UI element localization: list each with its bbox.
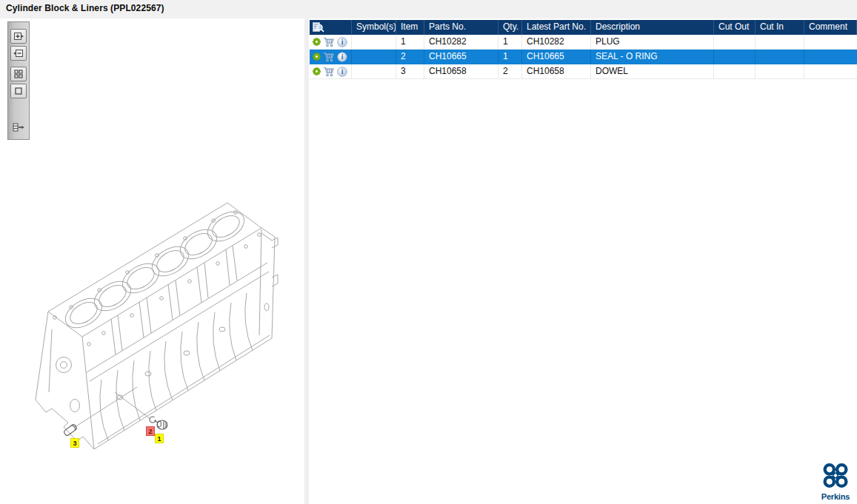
- title-bar: Cylinder Block & Liners (PPL022567): [0, 0, 857, 19]
- fit-view-button[interactable]: [10, 67, 27, 81]
- cell-qty: 1: [498, 35, 522, 50]
- toggle-parts-list-button[interactable]: [10, 120, 27, 135]
- part-o-ring: [150, 417, 156, 423]
- column-header-cut-out: Cut Out: [714, 20, 756, 35]
- cell-comment: [804, 35, 857, 50]
- cell-cut-out: [714, 64, 756, 79]
- diagram-viewer-panel: 1 2 3: [0, 19, 304, 504]
- table-row[interactable]: i 3 CH10658 2 CH10658 DOWEL: [310, 64, 857, 79]
- svg-text:i: i: [341, 53, 344, 61]
- gear-icon[interactable]: [312, 37, 321, 47]
- cell-item: 2: [396, 50, 424, 64]
- row-actions-cell: i: [310, 50, 352, 64]
- column-header-cut-in: Cut In: [756, 20, 804, 35]
- actual-size-button[interactable]: [10, 84, 27, 98]
- callout-1[interactable]: 1: [155, 434, 164, 443]
- column-header-description: Description: [591, 20, 714, 35]
- viewer-toolbar: [7, 21, 30, 140]
- info-icon[interactable]: i: [337, 52, 347, 62]
- cell-item: 3: [396, 64, 424, 79]
- table-row[interactable]: i 1 CH10282 1 CH10282 PLUG: [310, 35, 857, 50]
- perkins-logo-text: Perkins: [819, 492, 852, 501]
- column-header-comment: Comment: [804, 20, 857, 35]
- page-title: Cylinder Block & Liners (PPL022567): [6, 3, 164, 13]
- info-icon[interactable]: i: [337, 67, 347, 77]
- cell-parts-no: CH10658: [424, 64, 498, 79]
- cell-qty: 2: [498, 64, 522, 79]
- cell-description: DOWEL: [591, 64, 714, 79]
- cell-description: PLUG: [591, 35, 714, 50]
- perkins-logo-icon: [821, 462, 850, 489]
- image-preview-icon: [312, 21, 324, 33]
- gear-icon[interactable]: [312, 52, 321, 61]
- cell-comment: [804, 64, 857, 79]
- cell-cut-out: [714, 35, 756, 50]
- cell-latest-part-no: CH10665: [522, 50, 591, 64]
- svg-text:i: i: [341, 38, 344, 46]
- column-header-latest-part-no: Latest Part No.: [522, 20, 591, 35]
- cell-symbols: [352, 35, 396, 50]
- row-actions-cell: i: [310, 64, 352, 79]
- header-preview-cell: [310, 20, 352, 35]
- cell-symbols: [352, 64, 396, 79]
- cell-symbols: [352, 50, 396, 64]
- parts-list-panel: Symbol(s) Item Parts No. Qty. Latest Par…: [309, 19, 857, 504]
- cart-icon[interactable]: [323, 52, 336, 62]
- cell-item: 1: [396, 35, 424, 50]
- info-icon[interactable]: i: [337, 37, 347, 47]
- cell-latest-part-no: CH10282: [522, 35, 591, 50]
- table-row[interactable]: i 2 CH10665 1 CH10665 SEAL - O RING: [310, 50, 857, 64]
- cell-qty: 1: [498, 50, 522, 64]
- column-header-item: Item: [396, 20, 424, 35]
- cell-latest-part-no: CH10658: [522, 64, 591, 79]
- zoom-out-button[interactable]: [10, 46, 27, 61]
- cell-cut-in: [756, 50, 804, 64]
- perkins-branding: Perkins: [819, 462, 852, 501]
- cart-icon[interactable]: [323, 37, 336, 47]
- cell-cut-in: [756, 35, 804, 50]
- cell-parts-no: CH10665: [424, 50, 498, 64]
- gear-icon[interactable]: [312, 67, 321, 76]
- cell-description: SEAL - O RING: [591, 50, 714, 64]
- engine-diagram[interactable]: 1 2 3: [0, 19, 304, 504]
- callout-2[interactable]: 2: [146, 426, 155, 436]
- callout-3[interactable]: 3: [70, 438, 79, 448]
- parts-table: Symbol(s) Item Parts No. Qty. Latest Par…: [310, 20, 857, 79]
- column-header-parts-no: Parts No.: [424, 20, 498, 35]
- svg-text:i: i: [341, 68, 344, 75]
- column-header-qty: Qty.: [498, 20, 522, 35]
- row-actions-cell: i: [310, 35, 352, 50]
- cell-comment: [804, 50, 857, 64]
- column-header-symbols: Symbol(s): [352, 20, 396, 35]
- cell-cut-in: [756, 64, 804, 79]
- cell-parts-no: CH10282: [424, 35, 498, 50]
- part-plug: [155, 420, 168, 429]
- cell-cut-out: [714, 50, 756, 64]
- parts-table-header: Symbol(s) Item Parts No. Qty. Latest Par…: [310, 20, 857, 35]
- zoom-in-button[interactable]: [10, 29, 27, 44]
- cart-icon[interactable]: [323, 67, 336, 77]
